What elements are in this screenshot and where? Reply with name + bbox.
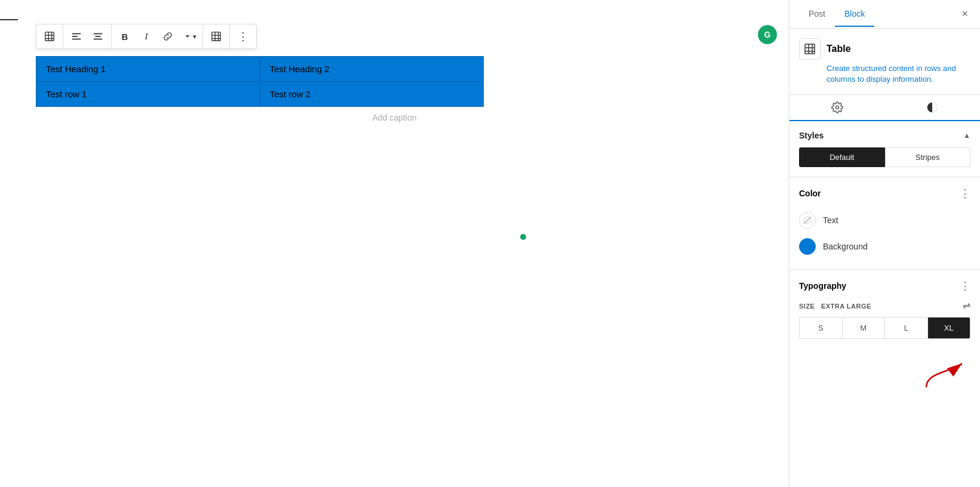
color-section-title: Color bbox=[799, 189, 821, 198]
style-stripes-btn[interactable]: Stripes bbox=[885, 147, 971, 167]
tab-block[interactable]: Block bbox=[835, 2, 874, 27]
block-toolbar: B I ▾ bbox=[36, 24, 257, 49]
toolbar-align-left-btn[interactable] bbox=[66, 24, 87, 48]
background-color-swatch bbox=[799, 238, 816, 255]
sidebar-tab-group: Post Block bbox=[799, 2, 874, 26]
color-item-text[interactable]: Text bbox=[799, 207, 970, 233]
size-buttons: S M L XL bbox=[799, 317, 970, 339]
svg-rect-9 bbox=[96, 36, 101, 37]
size-row: SIZE EXTRA LARGE ⇌ bbox=[799, 300, 970, 311]
color-section-header: Color ⋮ bbox=[799, 187, 970, 200]
toolbar-group-table bbox=[36, 24, 63, 48]
table-wrapper: Test Heading 1 Test Heading 2 Test row 1… bbox=[36, 56, 753, 107]
toolbar-table-alt-btn[interactable] bbox=[205, 24, 227, 48]
background-color-label: Background bbox=[823, 242, 868, 251]
block-title: Table bbox=[827, 44, 851, 54]
styles-section-title: Styles bbox=[799, 131, 824, 140]
toolbar-group-align bbox=[63, 24, 111, 48]
block-icon bbox=[799, 38, 821, 60]
styles-section: Styles ▲ Default Stripes bbox=[789, 121, 980, 177]
toolbar-bold-btn[interactable]: B bbox=[114, 24, 136, 48]
toolbar-group-more: ⋮ bbox=[229, 24, 256, 48]
sidebar: Post Block × Table Create structured con… bbox=[789, 0, 980, 487]
svg-rect-7 bbox=[72, 39, 81, 40]
tab-post[interactable]: Post bbox=[799, 2, 835, 27]
size-adjust-btn[interactable]: ⇌ bbox=[963, 300, 970, 311]
color-section: Color ⋮ Text Background bbox=[789, 177, 980, 270]
typography-menu-btn[interactable]: ⋮ bbox=[960, 279, 970, 292]
table-header-cell-2[interactable]: Test Heading 2 bbox=[260, 57, 484, 82]
block-info-header: Table bbox=[799, 38, 970, 60]
size-value: EXTRA LARGE bbox=[821, 303, 871, 310]
toolbar-group-table-alt bbox=[202, 24, 229, 48]
settings-style-row bbox=[789, 95, 980, 121]
settings-tab[interactable] bbox=[789, 95, 885, 121]
size-m-btn[interactable]: M bbox=[843, 318, 886, 338]
color-menu-btn[interactable]: ⋮ bbox=[960, 187, 970, 200]
selection-indicator bbox=[0, 19, 18, 20]
toolbar-link-btn[interactable] bbox=[157, 24, 179, 48]
toolbar-align-center-btn[interactable] bbox=[87, 24, 109, 48]
style-buttons: Default Stripes bbox=[799, 147, 970, 167]
svg-rect-6 bbox=[72, 36, 78, 37]
close-button[interactable]: × bbox=[959, 5, 970, 23]
table-data-row: Test row 1 Test row 2 bbox=[36, 82, 484, 107]
sidebar-tab-bar: Post Block × bbox=[789, 0, 980, 29]
styles-chevron[interactable]: ▲ bbox=[963, 131, 970, 140]
svg-rect-16 bbox=[805, 44, 815, 54]
size-l-btn[interactable]: L bbox=[885, 318, 928, 338]
text-color-label: Text bbox=[823, 215, 838, 225]
grammarly-icon[interactable]: G bbox=[758, 25, 777, 44]
table-header-row: Test Heading 1 Test Heading 2 bbox=[36, 57, 484, 82]
style-default-btn[interactable]: Default bbox=[799, 147, 885, 167]
toolbar-table-btn[interactable] bbox=[39, 24, 60, 48]
table-data-cell-1[interactable]: Test row 1 bbox=[36, 82, 260, 107]
typography-section-header: Typography ⋮ bbox=[799, 279, 970, 292]
style-tab[interactable] bbox=[885, 95, 981, 121]
size-label: SIZE bbox=[799, 303, 815, 310]
toolbar-group-format: B I ▾ bbox=[111, 24, 202, 48]
table-caption[interactable]: Add caption bbox=[36, 113, 753, 122]
editor-area: B I ▾ bbox=[0, 0, 789, 487]
table-data-cell-2[interactable]: Test row 2 bbox=[260, 82, 484, 107]
svg-rect-11 bbox=[212, 32, 220, 41]
toolbar-italic-btn[interactable]: I bbox=[136, 24, 157, 48]
text-color-swatch bbox=[799, 212, 816, 229]
styles-section-header: Styles ▲ bbox=[799, 131, 970, 140]
svg-rect-8 bbox=[94, 33, 102, 35]
status-dot bbox=[520, 234, 526, 240]
table-header-cell-1[interactable]: Test Heading 1 bbox=[36, 57, 260, 82]
arrow-indicator bbox=[920, 355, 968, 390]
size-xl-btn[interactable]: XL bbox=[928, 318, 970, 338]
svg-rect-10 bbox=[94, 39, 102, 40]
svg-rect-0 bbox=[45, 32, 54, 41]
block-description: Create structured content in rows and co… bbox=[827, 63, 970, 85]
arrow-container bbox=[789, 349, 980, 396]
size-s-btn[interactable]: S bbox=[800, 318, 843, 338]
content-table: Test Heading 1 Test Heading 2 Test row 1… bbox=[36, 56, 484, 107]
block-info: Table Create structured content in rows … bbox=[789, 29, 980, 95]
typography-section-title: Typography bbox=[799, 281, 846, 291]
typography-section: Typography ⋮ SIZE EXTRA LARGE ⇌ S M L XL bbox=[789, 270, 980, 349]
color-item-background[interactable]: Background bbox=[799, 233, 970, 260]
svg-rect-5 bbox=[72, 33, 81, 35]
toolbar-more-btn[interactable]: ⋮ bbox=[232, 24, 254, 48]
svg-point-21 bbox=[835, 106, 838, 109]
toolbar-dropdown-btn[interactable]: ▾ bbox=[179, 24, 200, 48]
size-label-group: SIZE EXTRA LARGE bbox=[799, 300, 871, 311]
